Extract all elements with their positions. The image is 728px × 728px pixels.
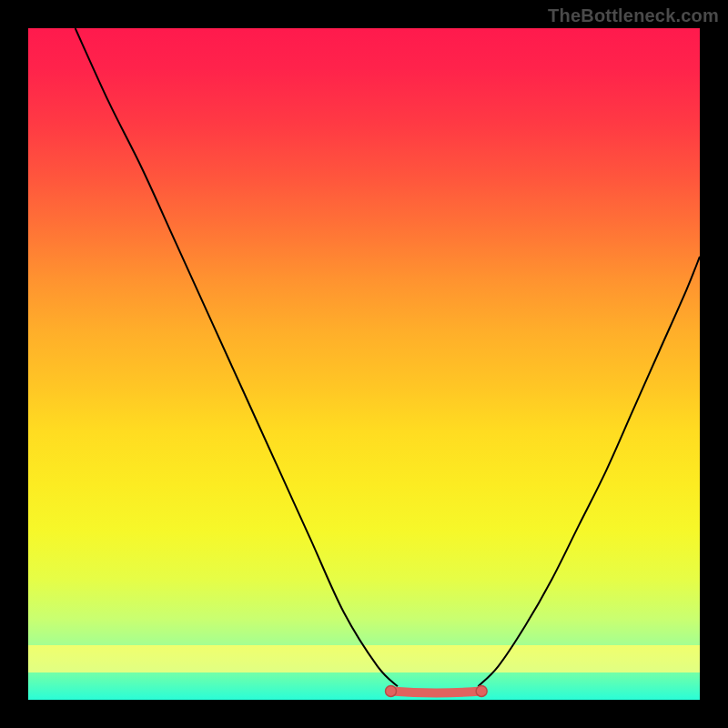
watermark-text: TheBottleneck.com: [548, 5, 719, 26]
plateau-segment: [391, 691, 482, 693]
chart-frame: TheBottleneck.com: [0, 0, 728, 728]
curve-right-branch: [478, 257, 700, 686]
curve-svg: [28, 28, 700, 700]
plateau-left-cap: [386, 685, 397, 696]
plot-area: [28, 28, 700, 700]
curve-left-branch: [76, 28, 398, 686]
plateau-right-cap: [476, 685, 487, 696]
